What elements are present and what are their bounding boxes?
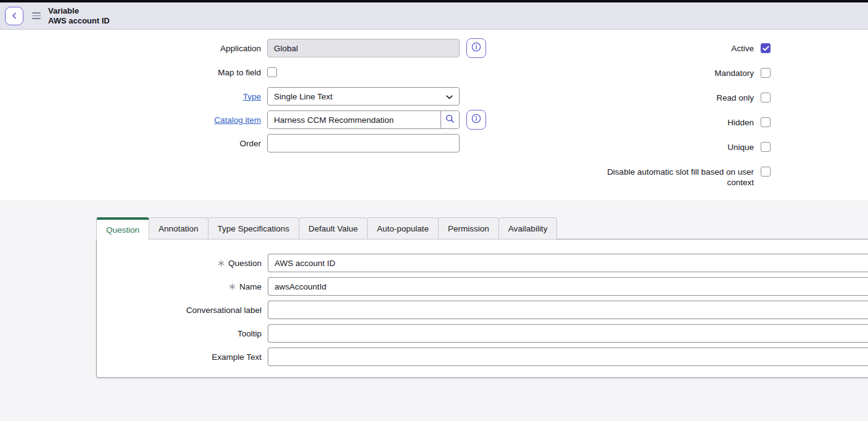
name-input[interactable] (268, 277, 868, 296)
active-label: Active (603, 43, 754, 54)
example-text-input[interactable] (268, 348, 868, 366)
context-menu-icon[interactable] (32, 12, 41, 19)
page-title: Variable AWS account ID (48, 6, 110, 25)
catalog-item-info-button[interactable] (466, 110, 486, 130)
catalog-item-row: Catalog item (0, 110, 494, 129)
application-row: Application (0, 39, 494, 57)
map-to-field-row: Map to field (0, 67, 494, 77)
hidden-row: Hidden (603, 117, 771, 128)
application-info-button[interactable] (466, 38, 486, 58)
unique-row: Unique (603, 142, 771, 152)
map-to-field-label: Map to field (0, 68, 261, 77)
required-asterisk-icon (218, 260, 225, 267)
order-label: Order (0, 139, 261, 148)
mandatory-label: Mandatory (603, 68, 754, 78)
tab-default-value[interactable]: Default Value (299, 217, 368, 240)
back-button[interactable] (5, 7, 23, 25)
question-label: Question (97, 259, 262, 268)
name-row: Name (97, 277, 868, 296)
question-row: Question (97, 254, 868, 272)
form-left-column: Application Map to field (0, 39, 494, 152)
catalog-item-lookup-button[interactable] (440, 111, 459, 128)
hidden-checkbox[interactable] (761, 117, 771, 127)
catalog-item-input[interactable] (268, 111, 440, 128)
tooltip-label: Tooltip (97, 329, 262, 338)
record-title-label: AWS account ID (48, 16, 110, 26)
read-only-label: Read only (603, 93, 754, 103)
magnifier-icon (445, 114, 455, 126)
type-select[interactable]: Single Line Text (267, 87, 460, 106)
info-icon (471, 114, 481, 126)
catalog-item-reference-field (267, 110, 460, 129)
info-icon (471, 42, 481, 54)
name-label: Name (97, 282, 262, 291)
conversational-label-row: Conversational label (97, 301, 868, 319)
tab-availability[interactable]: Availability (498, 217, 558, 240)
example-text-row: Example Text (97, 348, 868, 366)
variable-record-page: Variable AWS account ID Application (0, 0, 868, 421)
tooltip-row: Tooltip (97, 324, 868, 343)
tooltip-input[interactable] (268, 324, 868, 343)
tab-auto-populate[interactable]: Auto-populate (367, 217, 439, 240)
question-input[interactable] (268, 254, 868, 272)
disable-slot-fill-label: Disable automatic slot fill based on use… (603, 167, 754, 188)
header-bar: Variable AWS account ID (0, 2, 868, 30)
tab-type-specifications[interactable]: Type Specifications (208, 217, 299, 240)
map-to-field-checkbox[interactable] (267, 67, 277, 77)
question-tab-panel: Question Name Conversational label (96, 239, 868, 378)
disable-slot-fill-row: Disable automatic slot fill based on use… (603, 167, 771, 188)
unique-checkbox[interactable] (761, 142, 771, 152)
application-label: Application (0, 44, 261, 53)
chevron-left-icon (11, 10, 18, 22)
tab-permission[interactable]: Permission (438, 217, 499, 240)
mandatory-row: Mandatory (603, 68, 771, 78)
mandatory-checkbox[interactable] (761, 68, 771, 78)
example-text-label: Example Text (97, 352, 262, 362)
form-right-column: Active Mandatory Read only Hidden (603, 43, 771, 202)
catalog-item-label-link[interactable]: Catalog item (214, 115, 261, 125)
order-row: Order (0, 134, 494, 152)
tab-annotation[interactable]: Annotation (149, 217, 209, 240)
hidden-label: Hidden (603, 117, 754, 128)
conversational-label-input[interactable] (268, 301, 868, 319)
application-input[interactable] (267, 39, 460, 57)
conversational-label-label: Conversational label (97, 306, 262, 315)
required-asterisk-icon (229, 283, 236, 290)
read-only-checkbox[interactable] (761, 93, 771, 102)
type-row: Type Single Line Text (0, 87, 494, 106)
disable-slot-fill-checkbox[interactable] (761, 167, 771, 177)
active-checkbox[interactable] (761, 43, 771, 53)
form-top-section: Application Map to field (0, 30, 868, 200)
read-only-row: Read only (603, 93, 771, 103)
chevron-down-icon (446, 92, 453, 101)
active-row: Active (603, 43, 771, 54)
tab-question[interactable]: Question (96, 217, 149, 240)
order-input[interactable] (267, 134, 460, 152)
unique-label: Unique (603, 142, 754, 152)
type-select-value: Single Line Text (274, 92, 446, 101)
record-type-label: Variable (48, 6, 110, 16)
type-label-link[interactable]: Type (243, 92, 261, 101)
tab-strip: Question Annotation Type Specifications … (96, 217, 557, 240)
